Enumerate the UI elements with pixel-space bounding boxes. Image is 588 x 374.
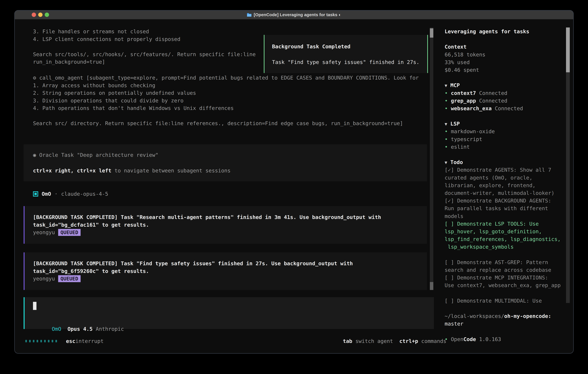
esc-key-hint: esc	[66, 338, 75, 344]
background-task-card[interactable]: [BACKGROUND TASK COMPLETED] Task "Find t…	[24, 252, 427, 290]
todo-line: document-writer, multimodal-looker)	[445, 189, 565, 197]
chevron-down-icon: ▼	[445, 83, 447, 88]
tool-call-item: 2. String operations on potentially unde…	[33, 89, 432, 97]
terminal-line: Search src/tools/, src/hooks/, src/featu…	[33, 51, 256, 58]
gear-icon: ⚙	[33, 75, 36, 81]
context-heading: Context	[445, 43, 565, 51]
mcp-item: • websearch_exa Connected	[445, 104, 565, 112]
ctrlp-key-label: commands	[418, 338, 446, 344]
todo-line: [✓] Demonstrate BACKGROUND AGENTS:	[445, 197, 565, 205]
mcp-section-header[interactable]: ▼ MCP	[445, 82, 565, 89]
input-model-line: OmO Opus 4.5 Anthropic	[33, 320, 124, 338]
tab-key-hint: tab	[343, 338, 352, 344]
todo-line: curated agents (OmO, oracle,	[445, 174, 565, 181]
tool-call-line: ⚙ call_omo_agent [subagent_type=explore,…	[33, 74, 432, 82]
todo-line-active: lsp_workspace_symbols	[445, 243, 565, 251]
status-dot-icon: •	[445, 90, 451, 96]
lsp-item: • eslint	[445, 143, 565, 151]
context-tokens: 66,518 tokens	[445, 51, 565, 58]
status-dot-icon: •	[445, 105, 451, 111]
status-dot-icon: •	[445, 136, 451, 142]
status-dot-icon: •	[445, 98, 451, 104]
tool-call-tail: Search src/ directory. Return specific f…	[33, 120, 432, 127]
sidebar-scrollbar-thumb[interactable]	[566, 28, 570, 72]
tool-call-item: 1. Array access without bounds checking	[33, 82, 432, 89]
opencode-terminal-window: [OpenCode] Leveraging agents for tasks ◐…	[14, 10, 574, 353]
lsp-item: • typescript	[445, 135, 565, 143]
agent-model: claude-opus-4-5	[61, 191, 108, 197]
todo-line: Use context7, websearch_exa, grep_app	[445, 281, 565, 289]
ctrlp-key-hint: ctrl+p	[393, 338, 418, 344]
chevron-down-icon: ▼	[445, 160, 447, 165]
title-bar: [OpenCode] Leveraging agents for tasks ◐	[14, 10, 574, 19]
workspace-branch: master	[445, 320, 565, 328]
mcp-item: • context7 Connected	[445, 89, 565, 97]
notification-title: Background Task Completed	[272, 43, 427, 50]
status-left: esc interrupt	[25, 337, 104, 345]
task-card-meta: yeongyu QUEUED	[33, 275, 427, 283]
status-badge: QUEUED	[58, 229, 81, 236]
sidebar-title: Leveraging agents for tasks	[445, 28, 565, 35]
todo-section-header[interactable]: ▼ Todo	[445, 158, 565, 166]
todo-line: [ ] Demonstrate MULTIMODAL: Use	[445, 297, 565, 305]
todo-line: [✓] Demonstrate AGENTS: Show all 7	[445, 166, 565, 174]
status-dot-icon: •	[445, 144, 451, 150]
status-dot-icon: •	[445, 336, 451, 342]
main-scrollbar[interactable]	[430, 28, 433, 290]
todo-line: Run parallel tasks with different	[445, 205, 565, 212]
task-user: yeongyu	[33, 275, 55, 283]
tool-call-item: 3. Division operations that could divide…	[33, 97, 432, 104]
task-card-line: task_id="bg_dcfac161" to get results.	[33, 221, 427, 229]
todo-line: [ ] Demonstrate MCP INTEGRATIONS:	[445, 274, 565, 281]
task-card-line: [BACKGROUND TASK COMPLETED] Task "Resear…	[33, 213, 427, 221]
prompt-input[interactable]: OmO Opus 4.5 Anthropic	[24, 297, 434, 329]
todo-line-active: [ ] Demonstrate LSP TOOLS: Use	[445, 220, 565, 228]
esc-key-label: interrupt	[75, 338, 104, 344]
minimize-button[interactable]	[38, 13, 42, 17]
background-task-card[interactable]: [BACKGROUND TASK COMPLETED] Task "Resear…	[24, 206, 427, 244]
input-agent-name: OmO	[52, 326, 61, 332]
scrollback-top: 3. File handles or streams not closed 4.…	[33, 28, 256, 66]
todo-line: search and replace across codebase	[445, 266, 565, 274]
terminal-line: 4. LSP client connections not properly d…	[33, 35, 256, 43]
tab-key-label: switch agent	[352, 338, 393, 344]
folder-icon	[247, 13, 252, 17]
agent-name: OmO	[42, 191, 51, 197]
context-used: 33% used	[445, 58, 565, 66]
task-card-meta: yeongyu QUEUED	[33, 229, 427, 236]
spinner-dots-icon	[25, 340, 57, 342]
background-task-notification[interactable]: Background Task Completed Task "Find typ…	[264, 35, 428, 73]
tool-call-block: ⚙ call_omo_agent [subagent_type=explore,…	[33, 74, 432, 127]
status-right: tab switch agent ctrl+p commands	[343, 337, 446, 345]
task-user: yeongyu	[33, 229, 55, 236]
workspace-path: ~/local-workspaces/oh-my-opencode:	[445, 312, 565, 320]
status-dot-icon: •	[445, 128, 451, 134]
main-scrollbar-thumb-top[interactable]	[430, 28, 433, 38]
record-icon: ◉	[33, 152, 36, 158]
todo-line: [ ] Demonstrate AST-GREP: Pattern	[445, 259, 565, 266]
oracle-task-hint: ctrl+x right, ctrl+x left to navigate be…	[33, 167, 427, 174]
oracle-task-box[interactable]: ◉ Oracle Task "Deep architecture review"…	[24, 144, 427, 181]
agent-header: OmO · claude-opus-4-5	[33, 190, 108, 198]
terminal-line: run_in_background=true]	[33, 58, 256, 66]
opencode-version: • OpenCode 1.0.163	[445, 335, 565, 343]
task-card-line: task_id="bg_6f59260c" to get results.	[33, 267, 427, 275]
close-button[interactable]	[32, 13, 36, 17]
main-scrollbar-thumb-bottom[interactable]	[430, 282, 433, 290]
window-title: [OpenCode] Leveraging agents for tasks ◐	[254, 12, 341, 17]
todo-line-active: lsp_find_references, lsp_diagnostics,	[445, 235, 565, 243]
omo-agent-icon	[33, 191, 38, 197]
sidebar-scrollbar[interactable]	[566, 28, 570, 303]
lsp-item: • markdown-oxide	[445, 128, 565, 135]
zoom-button[interactable]	[45, 13, 49, 17]
mcp-item: • grep_app Connected	[445, 97, 565, 104]
separator-dot: ·	[54, 191, 58, 197]
terminal-line: 3. File handles or streams not closed	[33, 28, 256, 35]
todo-line: librarian, explore, frontend,	[445, 181, 565, 189]
chevron-down-icon: ▼	[445, 122, 447, 126]
tool-call-item: 4. Path operations that don't handle Win…	[33, 104, 432, 112]
context-spent: $0.46 spent	[445, 66, 565, 74]
lsp-section-header[interactable]: ▼ LSP	[445, 120, 565, 128]
input-model-name: Opus 4.5	[67, 326, 93, 332]
input-provider: Anthropic	[96, 326, 124, 332]
